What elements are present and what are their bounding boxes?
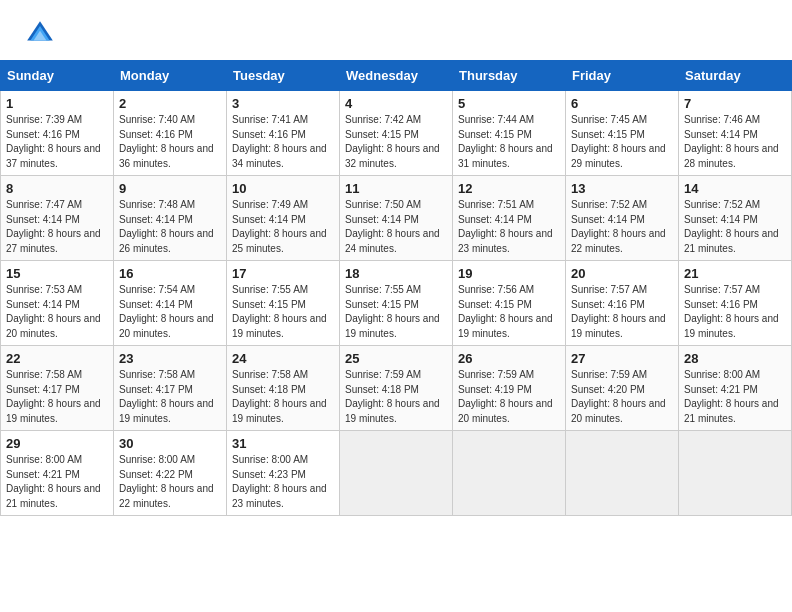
- calendar-week-row: 15Sunrise: 7:53 AMSunset: 4:14 PMDayligh…: [1, 261, 792, 346]
- table-row: 26Sunrise: 7:59 AMSunset: 4:19 PMDayligh…: [453, 346, 566, 431]
- table-row: 21Sunrise: 7:57 AMSunset: 4:16 PMDayligh…: [679, 261, 792, 346]
- day-number: 14: [684, 181, 786, 196]
- day-number: 31: [232, 436, 334, 451]
- day-info: Sunrise: 7:40 AMSunset: 4:16 PMDaylight:…: [119, 113, 221, 171]
- day-info: Sunrise: 8:00 AMSunset: 4:21 PMDaylight:…: [684, 368, 786, 426]
- day-info: Sunrise: 7:58 AMSunset: 4:18 PMDaylight:…: [232, 368, 334, 426]
- table-row: 3Sunrise: 7:41 AMSunset: 4:16 PMDaylight…: [227, 91, 340, 176]
- logo-icon: [24, 18, 56, 50]
- day-info: Sunrise: 7:44 AMSunset: 4:15 PMDaylight:…: [458, 113, 560, 171]
- calendar-table: Sunday Monday Tuesday Wednesday Thursday…: [0, 60, 792, 516]
- day-info: Sunrise: 7:59 AMSunset: 4:20 PMDaylight:…: [571, 368, 673, 426]
- day-info: Sunrise: 7:46 AMSunset: 4:14 PMDaylight:…: [684, 113, 786, 171]
- table-row: 22Sunrise: 7:58 AMSunset: 4:17 PMDayligh…: [1, 346, 114, 431]
- calendar-week-row: 29Sunrise: 8:00 AMSunset: 4:21 PMDayligh…: [1, 431, 792, 516]
- header: [0, 0, 792, 60]
- day-info: Sunrise: 7:41 AMSunset: 4:16 PMDaylight:…: [232, 113, 334, 171]
- table-row: 2Sunrise: 7:40 AMSunset: 4:16 PMDaylight…: [114, 91, 227, 176]
- day-number: 12: [458, 181, 560, 196]
- day-info: Sunrise: 7:55 AMSunset: 4:15 PMDaylight:…: [232, 283, 334, 341]
- day-info: Sunrise: 7:52 AMSunset: 4:14 PMDaylight:…: [571, 198, 673, 256]
- table-row: 25Sunrise: 7:59 AMSunset: 4:18 PMDayligh…: [340, 346, 453, 431]
- day-number: 15: [6, 266, 108, 281]
- calendar-header-row: Sunday Monday Tuesday Wednesday Thursday…: [1, 61, 792, 91]
- day-number: 5: [458, 96, 560, 111]
- day-info: Sunrise: 7:59 AMSunset: 4:19 PMDaylight:…: [458, 368, 560, 426]
- day-number: 16: [119, 266, 221, 281]
- table-row: 1Sunrise: 7:39 AMSunset: 4:16 PMDaylight…: [1, 91, 114, 176]
- day-info: Sunrise: 8:00 AMSunset: 4:22 PMDaylight:…: [119, 453, 221, 511]
- table-row: [340, 431, 453, 516]
- table-row: 9Sunrise: 7:48 AMSunset: 4:14 PMDaylight…: [114, 176, 227, 261]
- table-row: 10Sunrise: 7:49 AMSunset: 4:14 PMDayligh…: [227, 176, 340, 261]
- day-number: 18: [345, 266, 447, 281]
- day-number: 22: [6, 351, 108, 366]
- day-info: Sunrise: 7:58 AMSunset: 4:17 PMDaylight:…: [119, 368, 221, 426]
- table-row: [453, 431, 566, 516]
- day-number: 17: [232, 266, 334, 281]
- table-row: 15Sunrise: 7:53 AMSunset: 4:14 PMDayligh…: [1, 261, 114, 346]
- day-number: 10: [232, 181, 334, 196]
- calendar-week-row: 8Sunrise: 7:47 AMSunset: 4:14 PMDaylight…: [1, 176, 792, 261]
- table-row: 12Sunrise: 7:51 AMSunset: 4:14 PMDayligh…: [453, 176, 566, 261]
- day-number: 30: [119, 436, 221, 451]
- day-number: 20: [571, 266, 673, 281]
- day-number: 9: [119, 181, 221, 196]
- day-info: Sunrise: 7:52 AMSunset: 4:14 PMDaylight:…: [684, 198, 786, 256]
- day-info: Sunrise: 7:55 AMSunset: 4:15 PMDaylight:…: [345, 283, 447, 341]
- table-row: 6Sunrise: 7:45 AMSunset: 4:15 PMDaylight…: [566, 91, 679, 176]
- day-number: 21: [684, 266, 786, 281]
- table-row: 28Sunrise: 8:00 AMSunset: 4:21 PMDayligh…: [679, 346, 792, 431]
- table-row: 13Sunrise: 7:52 AMSunset: 4:14 PMDayligh…: [566, 176, 679, 261]
- table-row: [679, 431, 792, 516]
- table-row: 14Sunrise: 7:52 AMSunset: 4:14 PMDayligh…: [679, 176, 792, 261]
- table-row: 31Sunrise: 8:00 AMSunset: 4:23 PMDayligh…: [227, 431, 340, 516]
- col-monday: Monday: [114, 61, 227, 91]
- day-info: Sunrise: 7:39 AMSunset: 4:16 PMDaylight:…: [6, 113, 108, 171]
- table-row: 11Sunrise: 7:50 AMSunset: 4:14 PMDayligh…: [340, 176, 453, 261]
- day-number: 29: [6, 436, 108, 451]
- day-info: Sunrise: 8:00 AMSunset: 4:23 PMDaylight:…: [232, 453, 334, 511]
- day-number: 6: [571, 96, 673, 111]
- day-info: Sunrise: 7:53 AMSunset: 4:14 PMDaylight:…: [6, 283, 108, 341]
- col-sunday: Sunday: [1, 61, 114, 91]
- day-number: 7: [684, 96, 786, 111]
- day-number: 3: [232, 96, 334, 111]
- logo: [24, 18, 64, 50]
- day-info: Sunrise: 7:48 AMSunset: 4:14 PMDaylight:…: [119, 198, 221, 256]
- day-info: Sunrise: 7:59 AMSunset: 4:18 PMDaylight:…: [345, 368, 447, 426]
- table-row: 8Sunrise: 7:47 AMSunset: 4:14 PMDaylight…: [1, 176, 114, 261]
- day-number: 25: [345, 351, 447, 366]
- day-info: Sunrise: 7:56 AMSunset: 4:15 PMDaylight:…: [458, 283, 560, 341]
- table-row: 16Sunrise: 7:54 AMSunset: 4:14 PMDayligh…: [114, 261, 227, 346]
- page: Sunday Monday Tuesday Wednesday Thursday…: [0, 0, 792, 612]
- col-friday: Friday: [566, 61, 679, 91]
- table-row: 5Sunrise: 7:44 AMSunset: 4:15 PMDaylight…: [453, 91, 566, 176]
- table-row: 23Sunrise: 7:58 AMSunset: 4:17 PMDayligh…: [114, 346, 227, 431]
- table-row: 29Sunrise: 8:00 AMSunset: 4:21 PMDayligh…: [1, 431, 114, 516]
- table-row: 19Sunrise: 7:56 AMSunset: 4:15 PMDayligh…: [453, 261, 566, 346]
- day-number: 19: [458, 266, 560, 281]
- table-row: 17Sunrise: 7:55 AMSunset: 4:15 PMDayligh…: [227, 261, 340, 346]
- calendar-week-row: 1Sunrise: 7:39 AMSunset: 4:16 PMDaylight…: [1, 91, 792, 176]
- day-info: Sunrise: 7:57 AMSunset: 4:16 PMDaylight:…: [684, 283, 786, 341]
- day-number: 24: [232, 351, 334, 366]
- day-info: Sunrise: 7:50 AMSunset: 4:14 PMDaylight:…: [345, 198, 447, 256]
- day-info: Sunrise: 7:58 AMSunset: 4:17 PMDaylight:…: [6, 368, 108, 426]
- day-number: 8: [6, 181, 108, 196]
- day-number: 4: [345, 96, 447, 111]
- day-number: 28: [684, 351, 786, 366]
- table-row: [566, 431, 679, 516]
- table-row: 18Sunrise: 7:55 AMSunset: 4:15 PMDayligh…: [340, 261, 453, 346]
- day-number: 27: [571, 351, 673, 366]
- table-row: 24Sunrise: 7:58 AMSunset: 4:18 PMDayligh…: [227, 346, 340, 431]
- col-thursday: Thursday: [453, 61, 566, 91]
- day-number: 11: [345, 181, 447, 196]
- day-number: 2: [119, 96, 221, 111]
- day-number: 23: [119, 351, 221, 366]
- day-info: Sunrise: 7:57 AMSunset: 4:16 PMDaylight:…: [571, 283, 673, 341]
- day-number: 1: [6, 96, 108, 111]
- day-info: Sunrise: 7:54 AMSunset: 4:14 PMDaylight:…: [119, 283, 221, 341]
- col-tuesday: Tuesday: [227, 61, 340, 91]
- day-info: Sunrise: 7:49 AMSunset: 4:14 PMDaylight:…: [232, 198, 334, 256]
